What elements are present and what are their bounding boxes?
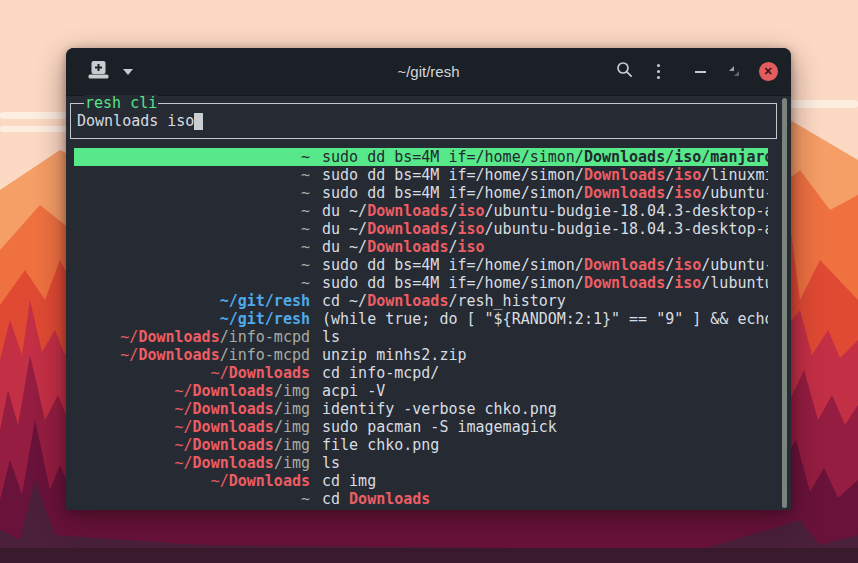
row-directory: ~ — [77, 490, 310, 508]
resh-frame-label: resh cli — [84, 95, 158, 112]
text-cursor — [194, 113, 203, 130]
row-command: sudo dd bs=4M if=/home/simon/Downloads/i… — [322, 184, 768, 202]
row-command: cd Downloads — [322, 490, 768, 508]
row-directory: ~/git/resh — [77, 310, 310, 328]
row-directory: ~/git/resh — [77, 292, 310, 310]
restore-icon — [728, 63, 740, 81]
row-command: sudo dd bs=4M if=/home/simon/Downloads/i… — [322, 274, 768, 292]
search-icon — [616, 61, 633, 82]
history-row[interactable]: ~du ~/Downloads/iso — [74, 238, 768, 256]
terminal-window: ~/git/resh — [66, 48, 791, 510]
minimize-icon — [695, 71, 706, 73]
row-directory: ~ — [77, 238, 310, 256]
history-row[interactable]: ~/Downloads/imgfile chko.png — [74, 436, 768, 454]
row-directory: ~ — [77, 202, 310, 220]
history-row[interactable]: ~du ~/Downloads/iso/ubuntu-budgie-18.04.… — [74, 202, 768, 220]
history-row[interactable]: ~/Downloads/imgsudo pacman -S imagemagic… — [74, 418, 768, 436]
close-icon: ✕ — [759, 62, 778, 81]
row-command: cd img — [322, 472, 768, 490]
history-row[interactable]: ~sudo dd bs=4M if=/home/simon/Downloads/… — [74, 184, 768, 202]
tab-dropdown-button[interactable] — [123, 48, 133, 96]
search-input[interactable]: Downloads iso — [77, 112, 203, 130]
row-directory: ~ — [77, 184, 310, 202]
history-row[interactable]: ~/Downloadscd img — [74, 472, 768, 490]
minimize-button[interactable] — [683, 48, 717, 96]
menu-button[interactable] — [641, 48, 675, 96]
history-row[interactable]: ~sudo dd bs=4M if=/home/simon/Downloads/… — [74, 166, 768, 184]
history-row[interactable]: ~sudo dd bs=4M if=/home/simon/Downloads/… — [74, 274, 768, 292]
row-directory: ~ — [77, 148, 310, 166]
history-row[interactable]: ~/Downloadscd info-mcpd/ — [74, 364, 768, 382]
row-command: (while true; do [ "${RANDOM:2:1}" == "9"… — [322, 310, 768, 328]
row-command: ls — [322, 454, 768, 472]
search-button[interactable] — [607, 48, 641, 96]
row-command: unzip minhs2.zip — [322, 346, 768, 364]
row-command: du ~/Downloads/iso — [322, 238, 768, 256]
row-directory: ~/Downloads/img — [77, 418, 310, 436]
row-command: cd ~/Downloads/resh_history — [322, 292, 768, 310]
history-row[interactable]: ~/Downloads/imgls — [74, 454, 768, 472]
close-button[interactable]: ✕ — [751, 48, 785, 96]
kebab-menu-icon — [657, 64, 660, 79]
history-row[interactable]: ~/git/resh(while true; do [ "${RANDOM:2:… — [74, 310, 768, 328]
new-tab-icon — [88, 61, 109, 83]
row-directory: ~ — [77, 274, 310, 292]
row-directory: ~/Downloads/img — [77, 400, 310, 418]
row-directory: ~ — [77, 220, 310, 238]
row-directory: ~/Downloads/img — [77, 436, 310, 454]
row-command: sudo dd bs=4M if=/home/simon/Downloads/i… — [322, 148, 768, 166]
row-command: identify -verbose chko.png — [322, 400, 768, 418]
row-directory: ~ — [77, 256, 310, 274]
history-row[interactable]: ~sudo dd bs=4M if=/home/simon/Downloads/… — [74, 256, 768, 274]
row-command: du ~/Downloads/iso/ubuntu-budgie-18.04.3… — [322, 220, 768, 238]
row-directory: ~/Downloads/img — [77, 382, 310, 400]
history-row[interactable]: ~cd Downloads — [74, 490, 768, 508]
history-list: ~sudo dd bs=4M if=/home/simon/Downloads/… — [74, 148, 768, 508]
row-directory: ~/Downloads/info-mcpd — [77, 346, 310, 364]
history-row[interactable]: ~/Downloads/imgidentify -verbose chko.pn… — [74, 400, 768, 418]
history-row[interactable]: ~/Downloads/imgacpi -V — [74, 382, 768, 400]
new-tab-button[interactable] — [88, 61, 109, 83]
row-directory: ~/Downloads — [77, 364, 310, 382]
resh-search-frame: resh cli Downloads iso — [70, 103, 777, 139]
row-directory: ~/Downloads/info-mcpd — [77, 328, 310, 346]
row-command: sudo dd bs=4M if=/home/simon/Downloads/i… — [322, 166, 768, 184]
restore-button[interactable] — [717, 48, 751, 96]
row-command: ls — [322, 328, 768, 346]
row-command: du ~/Downloads/iso/ubuntu-budgie-18.04.3… — [322, 202, 768, 220]
history-row[interactable]: ~/Downloads/info-mcpdunzip minhs2.zip — [74, 346, 768, 364]
history-row[interactable]: ~/git/reshcd ~/Downloads/resh_history — [74, 292, 768, 310]
scrollbar-thumb[interactable] — [782, 98, 787, 508]
titlebar: ~/git/resh — [66, 48, 791, 96]
chevron-down-icon — [123, 69, 133, 75]
row-command: sudo pacman -S imagemagick — [322, 418, 768, 436]
row-command: sudo dd bs=4M if=/home/simon/Downloads/i… — [322, 256, 768, 274]
history-row[interactable]: ~du ~/Downloads/iso/ubuntu-budgie-18.04.… — [74, 220, 768, 238]
search-query-text: Downloads iso — [77, 112, 194, 130]
row-directory: ~/Downloads — [77, 472, 310, 490]
row-command: acpi -V — [322, 382, 768, 400]
row-directory: ~ — [77, 166, 310, 184]
history-row[interactable]: ~/Downloads/info-mcpdls — [74, 328, 768, 346]
row-command: cd info-mcpd/ — [322, 364, 768, 382]
row-directory: ~/Downloads/img — [77, 454, 310, 472]
history-row[interactable]: ~sudo dd bs=4M if=/home/simon/Downloads/… — [74, 148, 768, 166]
row-command: file chko.png — [322, 436, 768, 454]
